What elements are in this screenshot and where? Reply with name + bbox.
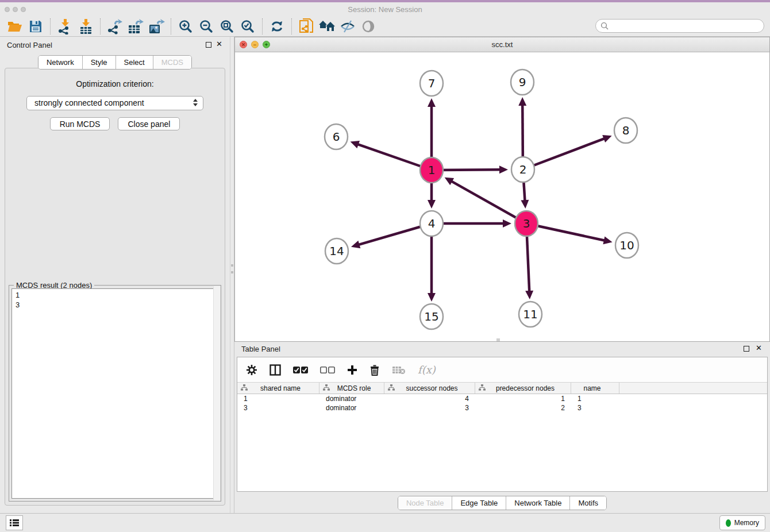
splitter-grip [231, 271, 233, 273]
edge-3-1[interactable] [451, 181, 526, 223]
tab-select[interactable]: Select [116, 56, 153, 69]
search-field-wrap [595, 19, 764, 33]
column-tree-icon [479, 384, 486, 392]
table-cell[interactable]: dominator [319, 394, 384, 403]
app-title: Session: New Session [0, 5, 770, 14]
table-cell[interactable]: dominator [319, 403, 384, 413]
table-tab-motifs[interactable]: Motifs [570, 496, 606, 510]
toolbar-separator [262, 18, 263, 34]
column-header-predecessor-nodes[interactable]: predecessor nodes [475, 383, 571, 394]
toolbar-separator [100, 18, 101, 34]
table-settings-gear-icon[interactable] [246, 361, 257, 379]
edge-arrowhead [428, 98, 436, 107]
save-session-icon[interactable] [27, 18, 44, 35]
table-cell[interactable]: 4 [384, 394, 475, 403]
edge-arrowhead [428, 293, 436, 302]
table-row[interactable]: 3dominator323 [237, 403, 767, 413]
toolbar-separator [50, 18, 51, 34]
table-cell[interactable]: 1 [237, 394, 319, 403]
hide-panel-eye-icon[interactable] [339, 18, 356, 35]
edge-2-8[interactable] [523, 138, 605, 169]
create-column-icon[interactable] [347, 361, 357, 379]
table-float-icon[interactable] [744, 346, 749, 352]
table-cell[interactable]: 3 [571, 403, 619, 413]
table-tab-node-table[interactable]: Node Table [398, 496, 453, 510]
toolbar-separator [171, 18, 171, 34]
mcds-result-group: MCDS result (2 nodes) 1 3 [9, 285, 221, 502]
control-panel-tabs: NetworkStyleSelectMCDS [0, 55, 230, 70]
table-cell[interactable]: 1 [475, 394, 571, 403]
edge-arrowhead [503, 219, 511, 228]
memory-button[interactable]: Memory [719, 515, 765, 530]
column-header-label: predecessor nodes [486, 384, 571, 392]
graph-node-label: 10 [619, 238, 634, 252]
show-panel-eye-icon[interactable] [360, 18, 377, 35]
edge-arrowhead [499, 165, 508, 174]
node-table: shared nameMCDS rolesuccessor nodesprede… [237, 383, 767, 413]
table-cell[interactable]: 3 [384, 403, 475, 413]
table-tab-network-table[interactable]: Network Table [506, 496, 570, 510]
graph-node-label: 9 [519, 75, 526, 89]
memory-status-icon [726, 519, 731, 527]
network-canvas[interactable]: 1234678910111415 [235, 52, 769, 341]
zoom-in-icon[interactable] [177, 18, 194, 35]
canvas-resize-grip[interactable] [496, 338, 500, 341]
task-history-button[interactable] [6, 515, 23, 530]
table-tab-edge-table[interactable]: Edge Table [452, 496, 506, 510]
float-panel-icon[interactable] [206, 42, 211, 48]
unselect-all-columns-icon[interactable] [320, 361, 335, 379]
open-session-icon[interactable] [6, 18, 24, 35]
zoom-out-icon[interactable] [198, 18, 215, 35]
close-panel-icon[interactable]: ✕ [216, 40, 222, 48]
panel-splitter[interactable] [230, 37, 234, 513]
import-table-icon[interactable] [77, 18, 94, 35]
home-icon[interactable] [318, 18, 336, 35]
select-all-columns-icon[interactable] [293, 361, 308, 379]
network-window-titlebar[interactable]: ✕ − + scc.txt [235, 37, 769, 52]
table-cell[interactable]: 3 [237, 403, 319, 413]
graph-node-label: 14 [329, 244, 344, 258]
graph-node-label: 7 [428, 76, 436, 90]
column-header-shared-name[interactable]: shared name [237, 383, 319, 394]
refresh-view-icon[interactable] [268, 18, 286, 35]
export-table-icon[interactable] [127, 18, 144, 35]
delete-table-icon [392, 361, 406, 379]
table-panel-title: Table Panel [241, 345, 280, 353]
criterion-dropdown[interactable]: strongly connected component [26, 96, 203, 110]
delete-column-trash-icon[interactable] [369, 361, 380, 379]
mcds-result-text[interactable]: 1 3 [11, 288, 218, 499]
column-header-label: successor nodes [395, 384, 475, 392]
run-mcds-button[interactable]: Run MCDS [50, 117, 110, 130]
control-panel-title: Control Panel [7, 41, 52, 49]
close-panel-button[interactable]: Close panel [118, 117, 180, 130]
import-network-icon[interactable] [56, 18, 74, 35]
dropdown-stepper-icon [193, 99, 198, 106]
edge-arrowhead [518, 97, 526, 106]
column-header-successor-nodes[interactable]: successor nodes [384, 383, 475, 394]
graph-node-label: 1 [428, 163, 436, 177]
memory-button-label: Memory [734, 519, 759, 527]
criterion-dropdown-value: strongly connected component [34, 98, 144, 107]
table-row[interactable]: 1dominator411 [237, 394, 767, 403]
zoom-selected-icon[interactable] [239, 18, 256, 35]
table-cell[interactable]: 1 [571, 394, 619, 403]
table-cell[interactable]: 2 [475, 403, 571, 413]
table-close-icon[interactable]: ✕ [756, 344, 762, 352]
tab-mcds[interactable]: MCDS [153, 56, 191, 69]
column-header-MCDS-role[interactable]: MCDS role [319, 383, 384, 394]
tab-style[interactable]: Style [83, 56, 116, 69]
export-image-icon[interactable] [148, 18, 165, 35]
column-header-name[interactable]: name [571, 383, 619, 394]
optimization-criterion-label: Optimization criterion: [5, 79, 225, 88]
tab-network[interactable]: Network [38, 56, 83, 69]
network-window-title: scc.txt [235, 40, 769, 49]
mcds-result-scrollbar[interactable] [213, 286, 220, 500]
zoom-fit-icon[interactable] [218, 18, 236, 35]
splitter-grip [231, 264, 233, 267]
show-columns-icon[interactable] [270, 361, 281, 379]
status-bar: Memory [0, 513, 770, 532]
search-input[interactable] [595, 19, 764, 33]
export-network-icon[interactable] [106, 18, 124, 35]
node-table-header: shared nameMCDS rolesuccessor nodesprede… [237, 383, 767, 394]
clone-network-icon[interactable] [298, 18, 315, 35]
